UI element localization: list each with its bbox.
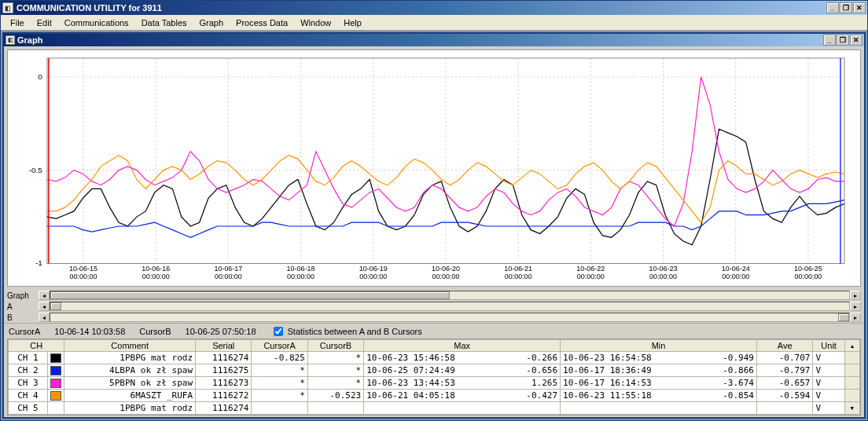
cell-cursorb: * [307, 352, 363, 364]
cursor-b-left[interactable]: ◂ [39, 313, 50, 322]
cursor-a-slider-label: A [7, 302, 39, 311]
cell-max: 10-06-25 07:24:49-0.656 [364, 364, 561, 377]
cell-max: 10-06-23 13:44:531.265 [364, 377, 561, 390]
cursor-a-right[interactable]: ▸ [850, 302, 861, 311]
cursor-a-value: 10-06-14 10:03:58 [54, 327, 125, 336]
app-title: COMMUNICATION UTILITY for 3911 [17, 3, 162, 13]
cell-max: 10-06-21 04:05:18-0.427 [364, 390, 561, 402]
table-row[interactable]: CH 11PBPG mat rodz1116274-0.825*10-06-23… [9, 352, 860, 364]
cell-cursora: -0.825 [252, 352, 307, 364]
menu-graph[interactable]: Graph [193, 16, 230, 29]
cell-ch: CH 2 [9, 364, 48, 377]
cursor-b-slider-label: B [7, 313, 39, 322]
stats-checkbox-label[interactable]: Statistics between A and B Cursors [270, 324, 422, 339]
app-window: ◧ COMMUNICATION UTILITY for 3911 _ ❐ ✕ F… [0, 0, 868, 421]
cell-serial: 1116275 [196, 364, 252, 377]
table-row[interactable]: CH 24LBPA ok zł spaw1116275**10-06-25 07… [9, 364, 860, 377]
svg-text:00:00:00: 00:00:00 [142, 273, 170, 280]
cell-max [364, 402, 561, 415]
cell-ch: CH 4 [9, 390, 48, 402]
svg-text:10-06-20: 10-06-20 [432, 265, 460, 273]
chart-svg[interactable]: 0-0.5-110-06-1500:00:0010-06-1600:00:001… [8, 50, 860, 287]
stats-label: Statistics between A and B Cursors [288, 327, 422, 336]
table-row[interactable]: CH 46MASZT _RUFA1116272*-0.52310-06-21 0… [9, 390, 860, 402]
graph-minimize-button[interactable]: _ [823, 35, 836, 46]
chart-area[interactable]: 0-0.5-110-06-1500:00:0010-06-1600:00:001… [7, 49, 861, 287]
app-titlebar[interactable]: ◧ COMMUNICATION UTILITY for 3911 _ ❐ ✕ [1, 1, 867, 15]
cursor-a-row: A ◂ ▸ [4, 301, 864, 312]
table-header-row: CH Comment Serial CursorA CursorB Max Mi… [9, 340, 860, 352]
svg-text:10-06-23: 10-06-23 [649, 265, 678, 273]
svg-text:00:00:00: 00:00:00 [287, 273, 314, 280]
menu-window[interactable]: Window [294, 16, 337, 29]
graph-restore-button[interactable]: ❐ [837, 35, 849, 46]
svg-text:-0.5: -0.5 [29, 166, 43, 174]
cell-serial: 1116274 [196, 352, 252, 364]
cursor-a-left[interactable]: ◂ [39, 302, 50, 311]
cell-cursora: * [252, 377, 307, 390]
cursor-b-track[interactable] [50, 313, 850, 322]
svg-text:00:00:00: 00:00:00 [794, 273, 822, 280]
cell-ch: CH 5 [9, 402, 48, 415]
table-scroll-down[interactable]: ▾ [844, 402, 859, 415]
menu-communications[interactable]: Communications [58, 16, 135, 29]
th-serial[interactable]: Serial [196, 340, 252, 352]
th-comment[interactable]: Comment [64, 340, 196, 352]
cell-ave [757, 402, 813, 415]
cursor-b-thumb[interactable] [838, 313, 849, 321]
graph-scroll-right[interactable]: ▸ [850, 291, 861, 300]
th-cursorb[interactable]: CursorB [307, 340, 363, 352]
th-ave[interactable]: Ave [757, 340, 813, 352]
table-scroll-up[interactable]: ▴ [844, 340, 859, 352]
cell-serial: 1116273 [196, 377, 252, 390]
table-scroll-track[interactable] [844, 390, 859, 402]
menu-edit[interactable]: Edit [31, 16, 58, 29]
cell-max: 10-06-23 15:46:58-0.266 [364, 352, 561, 364]
cursor-a-label: CursorA [9, 327, 40, 336]
cell-unit: V [813, 352, 844, 364]
svg-text:0: 0 [38, 72, 42, 81]
cell-comment: 5PBPN ok zł spaw [64, 377, 196, 390]
cursor-a-track[interactable] [50, 302, 850, 311]
svg-text:-1: -1 [35, 258, 42, 267]
th-unit[interactable]: Unit [813, 340, 844, 352]
th-cursora[interactable]: CursorA [252, 340, 307, 352]
table-scroll-track[interactable] [844, 377, 859, 390]
cell-ave: -0.797 [757, 364, 813, 377]
stats-checkbox[interactable] [274, 327, 283, 336]
graph-window: ◧ Graph _ ❐ ✕ 0-0.5-110-06-1500:00:0010-… [2, 32, 866, 419]
menu-help[interactable]: Help [337, 16, 368, 29]
svg-text:10-06-25: 10-06-25 [794, 265, 822, 273]
menu-process-data[interactable]: Process Data [230, 16, 294, 29]
close-button[interactable]: ✕ [853, 2, 866, 13]
svg-text:10-06-21: 10-06-21 [504, 265, 532, 273]
graph-scroll-thumb[interactable] [50, 291, 450, 299]
cursor-readout-row: CursorA 10-06-14 10:03:58 CursorB 10-06-… [4, 323, 864, 339]
menubar: File Edit Communications Data Tables Gra… [1, 15, 867, 31]
app-icon: ◧ [2, 2, 13, 13]
menu-file[interactable]: File [4, 16, 31, 29]
th-ch[interactable]: CH [9, 340, 64, 352]
table-row[interactable]: CH 35PBPN ok zł spaw1116273**10-06-23 13… [9, 377, 860, 390]
graph-scroll-label: Graph [7, 291, 39, 300]
cursor-a-thumb[interactable] [50, 302, 61, 310]
table-scroll-track[interactable] [844, 352, 859, 364]
restore-button[interactable]: ❐ [840, 2, 852, 13]
th-min[interactable]: Min [561, 340, 757, 352]
cell-swatch [47, 402, 64, 415]
table-scroll-track[interactable] [844, 364, 859, 377]
menu-data-tables[interactable]: Data Tables [135, 16, 193, 29]
graph-scroll-left[interactable]: ◂ [39, 291, 50, 300]
cell-ave: -0.594 [757, 390, 813, 402]
cursor-b-right[interactable]: ▸ [850, 313, 861, 322]
graph-scroll-track[interactable] [50, 291, 850, 300]
cursor-b-label: CursorB [139, 327, 171, 336]
graph-close-button[interactable]: ✕ [850, 35, 862, 46]
table-row[interactable]: CH 51PBPG mat rodz1116274V▾ [9, 402, 860, 415]
minimize-button[interactable]: _ [826, 2, 839, 13]
cell-cursorb: -0.523 [307, 390, 363, 402]
th-max[interactable]: Max [364, 340, 561, 352]
svg-text:10-06-16: 10-06-16 [142, 265, 170, 273]
graph-titlebar[interactable]: ◧ Graph _ ❐ ✕ [4, 34, 864, 46]
cell-cursora: * [252, 364, 307, 377]
